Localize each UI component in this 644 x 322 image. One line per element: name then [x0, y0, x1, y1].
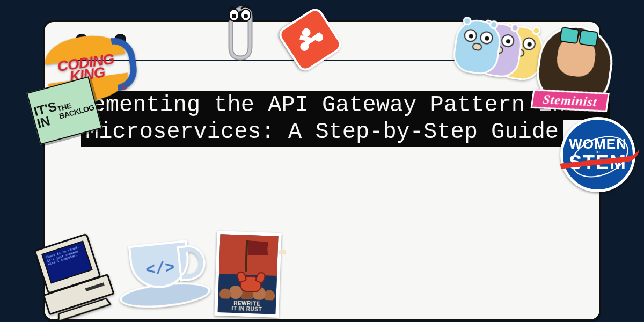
svg-point-2 [232, 14, 236, 18]
sticker-rewrite-in-rust: REWRITE IT IN RUST [214, 231, 281, 318]
steminist-label: Steminist [531, 89, 610, 112]
sticker-teacup-icon: </> [113, 226, 213, 316]
sticker-women-in-stem: WOMEN in STEM [560, 117, 635, 192]
sticker-clippy-icon [219, 4, 262, 63]
teacup-code-icon: </> [145, 259, 175, 280]
registered-mark: ® [121, 84, 127, 92]
svg-point-3 [244, 14, 248, 18]
sticker-steminist: Steminist [529, 16, 621, 118]
backlog-line2: THE BACKLOG [56, 97, 95, 120]
rust-line2: IT IN RUST [231, 306, 262, 312]
page-title-text: Implementing the API Gateway Pattern in … [34, 91, 611, 147]
sticker-git-icon [276, 5, 345, 74]
retro-pc-screen-text: There is no cloud. It's just someone els… [41, 240, 93, 284]
